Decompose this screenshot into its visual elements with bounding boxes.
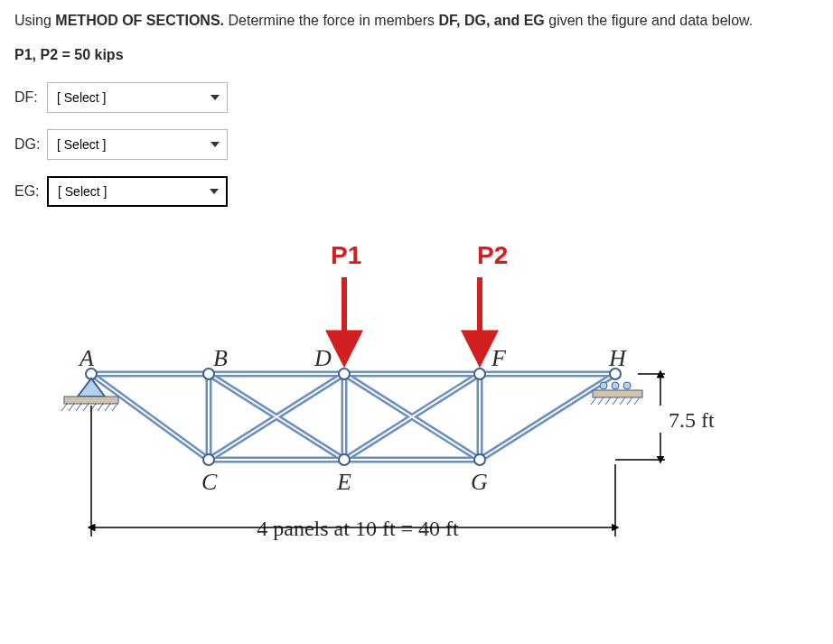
label-dg: DG:: [14, 135, 42, 154]
height-dim-lines: [615, 374, 665, 460]
svg-point-39: [600, 382, 607, 389]
svg-line-21: [480, 374, 615, 460]
svg-point-23: [203, 369, 214, 379]
svg-line-16: [91, 374, 209, 460]
selector-row-dg: DG: [ Select ]: [14, 129, 819, 160]
truss-svg: [14, 234, 755, 568]
svg-rect-30: [64, 397, 118, 404]
svg-point-24: [339, 369, 350, 379]
given-data: P1, P2 = 50 kips: [14, 45, 819, 65]
svg-line-37: [105, 404, 110, 411]
label-df: DF:: [14, 88, 42, 107]
truss-members-inner: [91, 374, 615, 460]
svg-line-46: [613, 397, 618, 405]
prompt-text-b: METHOD OF SECTIONS.: [55, 13, 224, 28]
truss-figure: P1 P2 A B D F H C E G 7.5 ft 4 panels at…: [14, 234, 755, 568]
svg-line-47: [620, 397, 625, 405]
prompt-text-d: DF, DG, and EG: [438, 13, 544, 28]
svg-line-38: [112, 404, 117, 411]
select-df[interactable]: [ Select ]: [47, 82, 228, 113]
svg-point-28: [339, 454, 350, 465]
svg-line-49: [634, 397, 640, 405]
svg-line-34: [83, 404, 89, 411]
svg-point-29: [474, 454, 485, 465]
selector-row-df: DF: [ Select ]: [14, 82, 819, 113]
svg-line-31: [61, 404, 67, 411]
pin-support-a: [61, 378, 118, 411]
svg-line-32: [69, 404, 74, 411]
prompt-text-e: given the figure and data below.: [545, 13, 753, 28]
svg-line-48: [627, 397, 632, 405]
question-prompt: Using METHOD OF SECTIONS. Determine the …: [14, 11, 819, 31]
select-dg[interactable]: [ Select ]: [47, 129, 228, 160]
prompt-text-a: Using: [14, 13, 55, 28]
prompt-text-c: Determine the force in members: [224, 13, 438, 28]
label-eg: EG:: [14, 182, 42, 201]
svg-point-27: [203, 454, 214, 465]
svg-point-40: [612, 382, 619, 389]
svg-line-44: [598, 397, 604, 405]
select-eg[interactable]: [ Select ]: [47, 176, 228, 207]
svg-line-36: [98, 404, 103, 411]
svg-line-43: [591, 397, 596, 405]
svg-line-45: [605, 397, 611, 405]
svg-line-33: [76, 404, 81, 411]
svg-point-41: [623, 382, 631, 389]
selector-row-eg: EG: [ Select ]: [14, 176, 819, 207]
svg-point-25: [474, 369, 485, 379]
truss-members-outer: [91, 374, 615, 460]
svg-point-26: [610, 369, 621, 379]
svg-rect-42: [593, 390, 642, 397]
